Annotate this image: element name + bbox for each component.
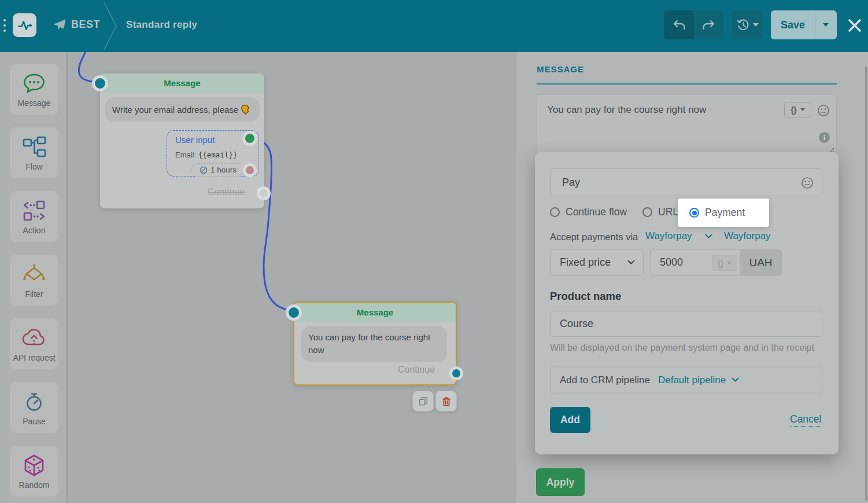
chevron-down-icon	[800, 108, 805, 111]
timeout-output-port[interactable]	[243, 163, 257, 177]
price-field: { }	[650, 249, 740, 276]
save-split-button: Save	[771, 10, 837, 39]
node-header: Message	[294, 303, 456, 322]
product-name-input[interactable]	[551, 311, 822, 336]
history-button[interactable]	[732, 10, 762, 39]
delete-node-button[interactable]	[435, 391, 457, 412]
continue-output-port[interactable]	[449, 366, 463, 380]
sidebar-item-label: Random	[19, 480, 50, 490]
sidebar-scrollbar[interactable]	[66, 52, 68, 503]
message-text-editor[interactable]: You can pay for the course right now { }…	[537, 94, 837, 156]
sidebar-item-label: API request	[13, 353, 55, 362]
insert-variable-button[interactable]: { }	[784, 102, 811, 118]
sidebar-item-action[interactable]: Action	[10, 191, 58, 242]
message-bubble[interactable]: Write your email address, please	[105, 97, 260, 122]
timeout-pill[interactable]: 1 hours	[191, 163, 245, 177]
provider-link[interactable]: Wayforpay	[724, 230, 771, 242]
user-input-title: User input	[175, 135, 215, 145]
telegram-plane-icon	[52, 18, 67, 31]
breadcrumb-separator	[103, 0, 118, 52]
hand-pointer-icon	[240, 104, 250, 115]
insert-variable-button-disabled[interactable]: { }	[712, 255, 737, 271]
product-name-field	[550, 311, 822, 337]
input-port[interactable]	[92, 75, 108, 91]
undo-button[interactable]	[664, 10, 694, 39]
chevron-down-icon	[823, 23, 829, 27]
bot-name: BEST	[71, 19, 100, 31]
braces-icon: { }	[718, 258, 723, 268]
no-entry-icon	[200, 166, 208, 174]
bubble-text: Write your email address, please	[112, 105, 238, 115]
radio-continue-flow[interactable]: Continue flow	[550, 206, 627, 218]
bot-selector[interactable]: BEST	[52, 18, 100, 31]
sidebar-item-label: Message	[18, 98, 51, 108]
info-icon[interactable]: i	[819, 132, 830, 143]
sidebar-item-pause[interactable]: Pause	[10, 382, 58, 433]
chevron-down-icon	[727, 262, 732, 265]
node-header: Message	[100, 74, 264, 93]
message-bubble[interactable]: You can pay for the course right now	[301, 326, 447, 362]
success-output-port[interactable]	[242, 131, 257, 146]
chevron-down-icon	[732, 377, 739, 383]
sidebar-item-message[interactable]: Message	[10, 64, 58, 115]
panel-title: MESSAGE	[537, 64, 584, 74]
close-icon	[847, 17, 863, 34]
flow-canvas[interactable]: Message Write your email address, please…	[68, 52, 516, 503]
radio-circle	[550, 207, 560, 217]
apply-button[interactable]: Apply	[536, 468, 585, 496]
braces-icon: { }	[791, 105, 796, 115]
timeout-label: 1 hours	[210, 166, 237, 174]
copy-icon	[418, 396, 429, 406]
radio-payment[interactable]: Payment	[689, 207, 745, 219]
button-text-input[interactable]	[551, 169, 822, 196]
product-name-label: Product name	[550, 290, 621, 303]
pause-icon	[21, 389, 47, 414]
price-type-select[interactable]: Fixed price	[550, 249, 644, 276]
message-node-1[interactable]: Message Write your email address, please…	[100, 74, 264, 208]
sidebar-item-label: Pause	[23, 417, 46, 426]
button-editor-popup: Continue flow URL Payment Accept payment…	[535, 152, 839, 454]
sidebar-item-filter[interactable]: Filter	[10, 255, 58, 306]
sidebar-item-random[interactable]: Random	[10, 446, 58, 497]
chevron-down-icon	[705, 234, 712, 239]
message-bubble-icon	[21, 71, 47, 96]
button-text-field	[550, 168, 822, 196]
message-node-2-selected[interactable]: Message You can pay for the course right…	[293, 302, 457, 385]
user-input-variable: Email: {{email}}	[175, 150, 237, 159]
app-logo[interactable]	[13, 13, 36, 37]
sidebar-item-api-request[interactable]: API request	[10, 318, 58, 369]
add-button[interactable]: Add	[550, 407, 590, 433]
crm-pipeline-row: Add to CRM pipeline Default pipeline	[550, 366, 822, 394]
chevron-down-icon	[753, 23, 759, 27]
redo-button[interactable]	[695, 10, 723, 39]
trash-icon	[441, 396, 452, 407]
save-button[interactable]: Save	[771, 10, 815, 39]
message-text: You can pay for the course right now	[547, 104, 738, 116]
flow-icon	[21, 134, 47, 160]
user-input-block[interactable]: User input Email: {{email}} 1 hours	[167, 130, 259, 177]
sidebar-item-flow[interactable]: Flow	[10, 127, 58, 178]
continue-output-port-disabled[interactable]	[257, 186, 271, 200]
tutorial-spotlight: Payment	[678, 199, 769, 227]
sidebar-item-label: Filter	[25, 289, 43, 299]
bubble-text: You can pay for the course right now	[308, 332, 430, 355]
flow-title: Standard reply	[126, 19, 197, 31]
emoji-button[interactable]	[801, 177, 814, 189]
provider-select[interactable]: Wayforpay	[645, 230, 712, 242]
panel-title-rule	[537, 83, 837, 85]
continue-label: Continue	[398, 365, 435, 375]
radio-url[interactable]: URL	[642, 206, 678, 218]
close-button[interactable]	[845, 16, 864, 35]
panel-scrollbar[interactable]	[865, 67, 867, 501]
cancel-link[interactable]: Cancel	[790, 413, 821, 427]
product-name-hint: Will be displayed on the payment system …	[550, 343, 814, 353]
emoji-button[interactable]	[817, 104, 830, 117]
crm-pipeline-select[interactable]: Default pipeline	[658, 375, 739, 386]
duplicate-node-button[interactable]	[412, 391, 434, 412]
topbar: BEST Standard reply Save	[0, 0, 868, 52]
filter-icon	[21, 262, 47, 287]
save-options-button[interactable]	[815, 10, 837, 39]
grip-dots-icon[interactable]	[3, 19, 6, 32]
sidebar-item-label: Flow	[25, 162, 43, 171]
input-port[interactable]	[286, 304, 302, 321]
